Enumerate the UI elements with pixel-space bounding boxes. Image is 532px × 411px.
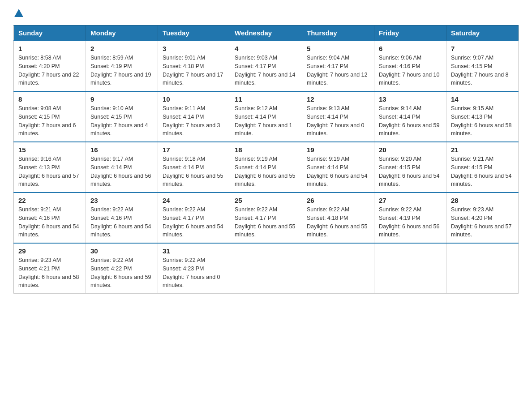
day-info: Sunrise: 9:04 AMSunset: 4:17 PMDaylight:… [307, 55, 368, 86]
calendar-cell: 26 Sunrise: 9:22 AMSunset: 4:18 PMDaylig… [302, 193, 374, 243]
day-number: 19 [307, 146, 369, 154]
calendar-cell: 12 Sunrise: 9:13 AMSunset: 4:14 PMDaylig… [302, 91, 374, 142]
day-info: Sunrise: 9:22 AMSunset: 4:18 PMDaylight:… [307, 206, 368, 238]
day-number: 6 [379, 45, 442, 52]
day-number: 2 [90, 45, 153, 52]
day-info: Sunrise: 9:06 AMSunset: 4:16 PMDaylight:… [379, 55, 440, 86]
calendar-cell: 25 Sunrise: 9:22 AMSunset: 4:17 PMDaylig… [230, 193, 302, 243]
day-info: Sunrise: 9:14 AMSunset: 4:14 PMDaylight:… [379, 105, 440, 137]
calendar-cell: 30 Sunrise: 9:22 AMSunset: 4:22 PMDaylig… [86, 243, 158, 294]
calendar-cell: 19 Sunrise: 9:19 AMSunset: 4:14 PMDaylig… [302, 142, 374, 193]
calendar-cell: 10 Sunrise: 9:11 AMSunset: 4:14 PMDaylig… [158, 91, 230, 142]
day-info: Sunrise: 9:22 AMSunset: 4:16 PMDaylight:… [90, 206, 151, 238]
day-info: Sunrise: 9:22 AMSunset: 4:17 PMDaylight:… [163, 206, 223, 238]
day-number: 21 [451, 146, 514, 154]
calendar-cell: 20 Sunrise: 9:20 AMSunset: 4:15 PMDaylig… [374, 142, 446, 193]
calendar-cell: 4 Sunrise: 9:03 AMSunset: 4:17 PMDayligh… [230, 41, 302, 91]
day-number: 14 [451, 95, 514, 103]
calendar-week-2: 8 Sunrise: 9:08 AMSunset: 4:15 PMDayligh… [14, 91, 519, 142]
day-info: Sunrise: 9:23 AMSunset: 4:20 PMDaylight:… [451, 206, 512, 238]
header-wednesday: Wednesday [230, 26, 302, 41]
calendar-cell: 9 Sunrise: 9:10 AMSunset: 4:15 PMDayligh… [86, 91, 158, 142]
day-info: Sunrise: 8:59 AMSunset: 4:19 PMDaylight:… [90, 55, 151, 86]
day-info: Sunrise: 9:18 AMSunset: 4:14 PMDaylight:… [163, 156, 223, 187]
day-info: Sunrise: 9:22 AMSunset: 4:22 PMDaylight:… [90, 257, 151, 288]
day-info: Sunrise: 9:22 AMSunset: 4:19 PMDaylight:… [379, 206, 440, 238]
day-info: Sunrise: 9:16 AMSunset: 4:13 PMDaylight:… [18, 156, 79, 187]
day-number: 18 [235, 146, 297, 154]
day-number: 26 [307, 197, 369, 204]
day-number: 16 [90, 146, 153, 154]
day-number: 13 [379, 95, 442, 103]
calendar-cell: 27 Sunrise: 9:22 AMSunset: 4:19 PMDaylig… [374, 193, 446, 243]
calendar-cell [302, 243, 374, 294]
day-number: 17 [163, 146, 225, 154]
day-info: Sunrise: 9:07 AMSunset: 4:15 PMDaylight:… [451, 55, 509, 86]
calendar-week-4: 22 Sunrise: 9:21 AMSunset: 4:16 PMDaylig… [14, 193, 519, 243]
calendar-cell: 14 Sunrise: 9:15 AMSunset: 4:13 PMDaylig… [446, 91, 519, 142]
day-number: 4 [235, 45, 297, 52]
day-number: 9 [90, 95, 153, 103]
day-info: Sunrise: 9:15 AMSunset: 4:13 PMDaylight:… [451, 105, 512, 137]
day-number: 11 [235, 95, 297, 103]
header-tuesday: Tuesday [158, 26, 230, 41]
logo [13, 9, 24, 17]
day-number: 5 [307, 45, 369, 52]
calendar-cell: 1 Sunrise: 8:58 AMSunset: 4:20 PMDayligh… [14, 41, 86, 91]
calendar-header-row: SundayMondayTuesdayWednesdayThursdayFrid… [14, 26, 519, 41]
day-number: 23 [90, 197, 153, 204]
calendar-week-3: 15 Sunrise: 9:16 AMSunset: 4:13 PMDaylig… [14, 142, 519, 193]
day-number: 20 [379, 146, 442, 154]
day-number: 27 [379, 197, 442, 204]
day-number: 28 [451, 197, 514, 204]
calendar-cell: 7 Sunrise: 9:07 AMSunset: 4:15 PMDayligh… [446, 41, 519, 91]
calendar-cell: 17 Sunrise: 9:18 AMSunset: 4:14 PMDaylig… [158, 142, 230, 193]
header-saturday: Saturday [446, 26, 519, 41]
day-info: Sunrise: 9:11 AMSunset: 4:14 PMDaylight:… [163, 105, 220, 137]
calendar-cell: 31 Sunrise: 9:22 AMSunset: 4:23 PMDaylig… [158, 243, 230, 294]
day-info: Sunrise: 9:13 AMSunset: 4:14 PMDaylight:… [307, 105, 365, 137]
day-number: 25 [235, 197, 297, 204]
day-info: Sunrise: 9:20 AMSunset: 4:15 PMDaylight:… [379, 156, 440, 187]
day-number: 29 [18, 247, 81, 255]
day-info: Sunrise: 9:21 AMSunset: 4:15 PMDaylight:… [451, 156, 512, 187]
calendar-cell: 18 Sunrise: 9:19 AMSunset: 4:14 PMDaylig… [230, 142, 302, 193]
day-info: Sunrise: 9:22 AMSunset: 4:17 PMDaylight:… [235, 206, 296, 238]
day-number: 1 [18, 45, 81, 52]
calendar-cell [374, 243, 446, 294]
calendar-cell: 6 Sunrise: 9:06 AMSunset: 4:16 PMDayligh… [374, 41, 446, 91]
calendar-table: SundayMondayTuesdayWednesdayThursdayFrid… [13, 25, 519, 294]
calendar-cell: 11 Sunrise: 9:12 AMSunset: 4:14 PMDaylig… [230, 91, 302, 142]
day-number: 3 [163, 45, 225, 52]
day-info: Sunrise: 9:10 AMSunset: 4:15 PMDaylight:… [90, 105, 148, 137]
calendar-cell: 29 Sunrise: 9:23 AMSunset: 4:21 PMDaylig… [14, 243, 86, 294]
calendar-cell: 28 Sunrise: 9:23 AMSunset: 4:20 PMDaylig… [446, 193, 519, 243]
calendar-cell [446, 243, 519, 294]
calendar-week-5: 29 Sunrise: 9:23 AMSunset: 4:21 PMDaylig… [14, 243, 519, 294]
day-number: 24 [163, 197, 225, 204]
day-info: Sunrise: 8:58 AMSunset: 4:20 PMDaylight:… [18, 55, 79, 86]
day-number: 15 [18, 146, 81, 154]
day-number: 7 [451, 45, 514, 52]
page-header [13, 9, 519, 17]
day-number: 30 [90, 247, 153, 255]
day-info: Sunrise: 9:22 AMSunset: 4:23 PMDaylight:… [163, 257, 220, 288]
day-number: 10 [163, 95, 225, 103]
header-friday: Friday [374, 26, 446, 41]
calendar-cell: 21 Sunrise: 9:21 AMSunset: 4:15 PMDaylig… [446, 142, 519, 193]
day-info: Sunrise: 9:19 AMSunset: 4:14 PMDaylight:… [307, 156, 368, 187]
day-number: 8 [18, 95, 81, 103]
day-info: Sunrise: 9:17 AMSunset: 4:14 PMDaylight:… [90, 156, 151, 187]
calendar-cell: 22 Sunrise: 9:21 AMSunset: 4:16 PMDaylig… [14, 193, 86, 243]
calendar-cell: 13 Sunrise: 9:14 AMSunset: 4:14 PMDaylig… [374, 91, 446, 142]
day-number: 31 [163, 247, 225, 255]
calendar-cell [230, 243, 302, 294]
calendar-cell: 8 Sunrise: 9:08 AMSunset: 4:15 PMDayligh… [14, 91, 86, 142]
calendar-cell: 5 Sunrise: 9:04 AMSunset: 4:17 PMDayligh… [302, 41, 374, 91]
calendar-cell: 16 Sunrise: 9:17 AMSunset: 4:14 PMDaylig… [86, 142, 158, 193]
calendar-cell: 2 Sunrise: 8:59 AMSunset: 4:19 PMDayligh… [86, 41, 158, 91]
day-info: Sunrise: 9:08 AMSunset: 4:15 PMDaylight:… [18, 105, 76, 137]
day-info: Sunrise: 9:21 AMSunset: 4:16 PMDaylight:… [18, 206, 79, 238]
calendar-week-1: 1 Sunrise: 8:58 AMSunset: 4:20 PMDayligh… [14, 41, 519, 91]
calendar-cell: 3 Sunrise: 9:01 AMSunset: 4:18 PMDayligh… [158, 41, 230, 91]
